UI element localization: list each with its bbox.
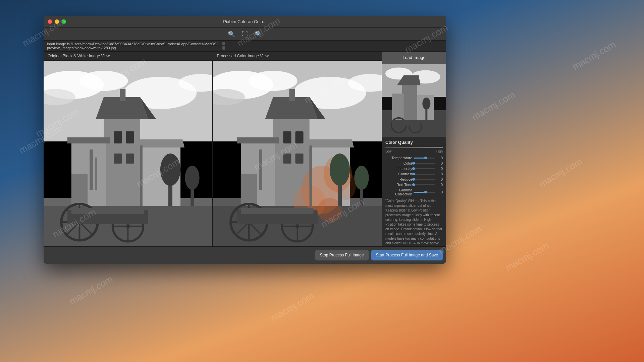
quality-labels: Low High — [385, 149, 443, 153]
slider-label-3: Contrast — [385, 172, 412, 176]
slider-row-red-tone: Red Tone0 — [385, 183, 443, 187]
quality-high-label: High — [436, 149, 443, 153]
slider-row-intensity: Intensity0 — [385, 167, 443, 171]
images-row — [44, 61, 382, 246]
svg-marker-59 — [306, 139, 354, 147]
slider-value-6: 0 — [437, 190, 443, 194]
slider-value-0: 0 — [437, 156, 443, 160]
svg-rect-39 — [140, 145, 143, 206]
window-controls — [48, 19, 66, 24]
color-scene-svg — [213, 61, 382, 246]
svg-point-97 — [422, 98, 430, 110]
svg-rect-56 — [241, 174, 257, 206]
slider-row-contrast: Contrast0 — [385, 172, 443, 176]
slider-label-2: Intensity — [385, 167, 412, 171]
svg-rect-10 — [126, 131, 134, 143]
slider-track-1[interactable] — [414, 163, 435, 164]
slider-label-4: Reduce — [385, 177, 412, 181]
svg-point-34 — [160, 154, 180, 186]
svg-rect-32 — [71, 208, 144, 214]
quality-bar[interactable] — [385, 147, 443, 148]
sliders-container: Temperature0Color0Intensity0Contrast0Red… — [385, 156, 443, 196]
svg-point-42 — [249, 71, 298, 91]
zoom-in-left-icon[interactable]: 🔍 — [228, 31, 235, 38]
slider-value-1: 0 — [437, 161, 443, 165]
svg-rect-12 — [126, 154, 134, 164]
controls-panel: Color Quality Low High Temperature0Color… — [382, 137, 446, 246]
slider-label-0: Temperature — [385, 156, 412, 160]
maximize-button[interactable] — [62, 19, 66, 24]
right-panel: Load Image — [382, 52, 446, 246]
app-window: Pixbim Colorан Colo... 🔍 ⛶ 🔍 input image… — [44, 16, 446, 264]
zoom-in-right-icon[interactable]: 🔍 — [255, 31, 262, 38]
toolbar: 🔍 ⛶ 🔍 — [44, 28, 446, 41]
start-process-button[interactable]: Start Process Full Image and Save — [371, 250, 443, 261]
svg-rect-50 — [295, 131, 303, 143]
svg-rect-83 — [310, 145, 312, 206]
thumbnail-svg — [382, 63, 446, 137]
slider-track-5[interactable] — [414, 184, 435, 185]
image-pane: Original Black & White Image View Proces… — [44, 52, 382, 246]
svg-rect-91 — [392, 94, 404, 120]
window-title: Pixbim Colorан Colo... — [223, 19, 266, 24]
svg-rect-60 — [289, 89, 295, 101]
expand-icon[interactable]: ⛶ — [242, 31, 248, 38]
svg-rect-16 — [71, 174, 88, 206]
slider-label-6: Gamma Correction — [385, 188, 412, 196]
svg-rect-77 — [241, 208, 314, 214]
bottom-bar: Stop Process Full Image Start Process Fu… — [44, 246, 446, 264]
left-image-header: Original Black & White Image View — [44, 52, 213, 60]
slider-row-gamma-correction: Gamma Correction0 — [385, 188, 443, 196]
svg-rect-9 — [114, 131, 122, 143]
thumbnail-area — [382, 63, 446, 137]
bw-scene-svg — [44, 61, 212, 246]
slider-value-2: 0 — [437, 167, 443, 171]
svg-point-81 — [354, 166, 369, 190]
svg-rect-20 — [120, 89, 125, 101]
svg-rect-49 — [283, 131, 291, 143]
right-image-header: Processed Color Image View — [213, 52, 382, 60]
svg-rect-37 — [90, 149, 93, 190]
image-headers: Original Black & White Image View Proces… — [44, 52, 382, 61]
title-bar: Pixbim Colorан Colo... — [44, 16, 446, 28]
slider-value-3: 0 — [437, 172, 443, 176]
svg-rect-38 — [95, 158, 97, 190]
svg-point-2 — [79, 71, 128, 91]
svg-rect-51 — [283, 154, 291, 164]
slider-label-1: Color — [385, 161, 412, 165]
svg-rect-89 — [402, 83, 417, 120]
svg-rect-11 — [114, 154, 122, 164]
description-text: "Color Quality" Slider – This is the mos… — [385, 199, 443, 246]
slider-track-4[interactable] — [414, 179, 435, 180]
svg-marker-57 — [237, 137, 279, 143]
slider-track-0[interactable] — [414, 158, 435, 159]
svg-rect-95 — [392, 120, 421, 126]
svg-rect-82 — [259, 149, 262, 190]
close-button[interactable] — [48, 19, 52, 24]
slider-row-reduce: Reduce0 — [385, 177, 443, 181]
slider-track-3[interactable] — [414, 174, 435, 175]
bw-image-view — [44, 61, 213, 246]
slider-label-5: Red Tone — [385, 183, 412, 187]
slider-value-4: 0 — [437, 177, 443, 181]
minimize-button[interactable] — [55, 19, 59, 24]
slider-track-6[interactable] — [414, 192, 435, 193]
slider-value-5: 0 — [437, 183, 443, 187]
svg-marker-17 — [67, 137, 110, 143]
svg-point-36 — [185, 166, 199, 190]
slider-row-color: Color0 — [385, 161, 443, 165]
info-bar: input image is /Users/macw/Desktop/Kd87a… — [44, 41, 446, 52]
stop-process-button[interactable]: Stop Process Full Image — [315, 250, 369, 261]
svg-rect-52 — [295, 154, 303, 164]
file-path-line1: input image is /Users/macw/Desktop/Kd87a… — [47, 42, 218, 46]
svg-marker-19 — [136, 139, 185, 147]
slider-track-2[interactable] — [414, 168, 435, 169]
color-quality-label: Color Quality — [385, 140, 443, 145]
main-content: Original Black & White Image View Proces… — [44, 52, 446, 246]
slider-row-temperature: Temperature0 — [385, 156, 443, 160]
quality-low-label: Low — [385, 149, 391, 153]
color-image-view — [213, 61, 382, 246]
quality-bar-container: Low High — [385, 147, 443, 153]
file-path-line2: preview_images/black-and-white-1280.jpg — [47, 46, 218, 50]
load-image-button[interactable]: Load Image — [382, 52, 446, 63]
